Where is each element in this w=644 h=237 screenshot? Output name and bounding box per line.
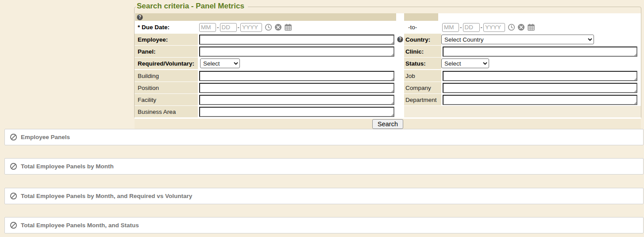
due-date-from-year-input[interactable] [240,23,262,32]
business-area-row: Business Area [135,106,641,117]
department-input[interactable] [443,95,637,105]
employee-country-row: Employee: ? Country: Select Country [135,34,641,45]
section-label: Total Employee Panels Month, and Status [21,222,139,229]
section-label: Employee Panels [21,134,70,140]
panel-input[interactable] [199,47,394,57]
date-separator: - [217,24,219,31]
employee-label: Employee: [135,34,198,45]
due-date-to-day-input[interactable] [463,23,480,32]
due-date-label: * Due Date: [135,21,198,33]
clock-icon[interactable] [508,23,515,31]
due-date-from-group: - - [198,21,396,33]
prohibition-icon [10,221,17,229]
building-input[interactable] [199,71,394,81]
search-button[interactable]: Search [372,119,403,129]
svg-text:?: ? [139,15,141,19]
clinic-label: Clinic: [404,46,441,57]
svg-text:?: ? [399,37,401,42]
due-date-to-group: - - [441,21,641,33]
building-job-row: Building Job [135,70,641,82]
clear-date-icon[interactable] [517,23,525,31]
required-voluntary-label: Required/Voluntary: [135,58,198,69]
required-status-row: Required/Voluntary: Select Status: Selec… [135,58,641,69]
section-total-by-month[interactable]: Total Employee Panels by Month [4,158,644,175]
date-separator: - [460,24,462,31]
section-label: Total Employee Panels by Month [21,163,114,170]
facility-department-row: Facility Department [135,94,641,105]
company-label: Company [404,82,441,93]
status-select[interactable]: Select [441,58,489,68]
employee-input[interactable] [199,35,394,45]
department-label: Department [404,94,441,105]
section-total-month-and-status[interactable]: Total Employee Panels Month, and Status [4,217,644,233]
building-label: Building [135,70,198,82]
help-icon[interactable]: ? [137,14,143,20]
clock-icon[interactable] [265,23,272,31]
position-label: Position [135,82,198,93]
clinic-input[interactable] [443,47,637,57]
job-input[interactable] [443,71,637,81]
section-total-required-vs-voluntary[interactable]: Total Employee Panels by Month, and Requ… [4,188,644,204]
date-separator: - [481,24,483,31]
due-date-from-day-input[interactable] [220,23,237,32]
required-voluntary-select[interactable]: Select [200,58,240,68]
facility-label: Facility [135,94,198,105]
calendar-icon[interactable] [284,23,292,31]
help-bar-right-segment [404,13,438,21]
prohibition-icon [10,133,17,141]
company-input[interactable] [443,83,637,93]
due-date-row: * Due Date: - - -to- - - [135,21,641,33]
country-label: Country: [404,34,441,45]
page-title: Search criteria - Panel Metrics [136,2,248,11]
business-area-label: Business Area [135,106,198,117]
job-label: Job [404,70,441,82]
business-area-input[interactable] [199,107,394,117]
date-separator: - [238,24,240,31]
position-company-row: Position Company [135,82,641,93]
due-date-to-month-input[interactable] [442,23,459,32]
section-label: Total Employee Panels by Month, and Requ… [21,193,192,199]
due-date-to-label: -to- [404,21,441,33]
country-select[interactable]: Select Country [441,35,594,44]
country-help-icon[interactable]: ? [397,36,403,43]
due-date-to-year-input[interactable] [483,23,505,32]
section-employee-panels[interactable]: Employee Panels [4,129,644,145]
prohibition-icon [10,192,17,200]
calendar-icon[interactable] [527,23,535,31]
position-input[interactable] [199,83,394,93]
panel-label: Panel: [135,46,198,57]
search-band: Search [135,118,641,129]
clear-date-icon[interactable] [274,23,282,31]
prohibition-icon [10,163,17,170]
status-label: Status: [404,58,441,69]
due-date-from-month-input[interactable] [199,23,216,32]
help-bar: ? [135,13,396,21]
panel-clinic-row: Panel: Clinic: [135,46,641,57]
facility-input[interactable] [199,95,394,105]
